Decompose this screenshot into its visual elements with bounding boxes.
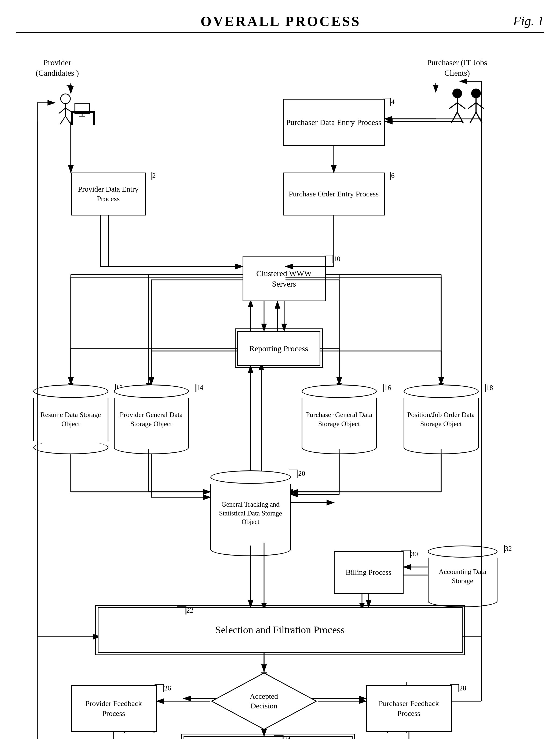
selection-filtration-box: Selection and Filtration Process xyxy=(98,607,462,653)
svg-marker-77 xyxy=(212,673,316,729)
clustered-www-box: Clustered WWW Servers xyxy=(243,256,326,301)
svg-line-69 xyxy=(451,112,457,123)
interview-engagement-box: Interview and Engagement Process xyxy=(183,736,353,739)
svg-line-55 xyxy=(59,108,65,114)
svg-rect-61 xyxy=(93,113,95,125)
svg-line-70 xyxy=(457,112,463,123)
svg-line-58 xyxy=(65,116,71,124)
tag-2: 2 xyxy=(144,172,155,182)
svg-line-76 xyxy=(476,112,482,123)
tag-14: 14 xyxy=(187,384,198,394)
tag-22: 22 xyxy=(177,606,189,617)
svg-line-67 xyxy=(449,103,457,109)
tag-24: 24 xyxy=(274,735,286,739)
svg-point-71 xyxy=(471,89,481,98)
tag-32: 32 xyxy=(495,545,507,555)
purchaser-label: Purchaser (IT Jobs Clients) xyxy=(425,57,489,78)
purchaser-figure xyxy=(436,87,500,128)
purchaser-data-entry-box: Purchaser Data Entry Process xyxy=(283,99,385,146)
tag-4: 4 xyxy=(383,98,393,108)
svg-line-73 xyxy=(468,103,476,109)
provider-data-entry-box: Provider Data Entry Process xyxy=(71,172,146,215)
provider-general-data-storage: Provider General Data Storage Object xyxy=(114,385,189,454)
accounting-data-storage: Accounting Data Storage xyxy=(428,546,498,607)
tag-20: 20 xyxy=(289,470,300,480)
reporting-process-box: Reporting Process xyxy=(237,331,320,366)
tag-28: 28 xyxy=(450,684,461,695)
general-tracking-storage: General Tracking and Statistical Data St… xyxy=(211,470,291,556)
header: OVERALL PROCESS Fig. 1 xyxy=(16,11,544,33)
resume-data-storage: Resume Data Storage Object xyxy=(33,385,108,454)
tag-26: 26 xyxy=(155,684,166,695)
provider-label: Provider (Candidates ) xyxy=(28,57,87,78)
fig-label: Fig. 1 xyxy=(513,11,544,28)
svg-point-53 xyxy=(60,94,70,104)
accepted-decision-diamond: Accepted Decision xyxy=(211,672,318,731)
provider-arrow-indicator: → xyxy=(65,80,74,90)
svg-line-57 xyxy=(60,116,65,124)
purchase-order-entry-box: Purchase Order Entry Process xyxy=(283,172,385,215)
svg-line-75 xyxy=(470,112,476,123)
diagram: Provider (Candidates ) → xyxy=(17,41,543,733)
position-job-data-storage: Position/Job Order Data Storage Object xyxy=(404,385,479,454)
tag-10: 10 xyxy=(324,255,336,265)
svg-line-74 xyxy=(476,103,484,109)
tag-18: 18 xyxy=(476,384,488,394)
provider-feedback-box: Provider Feedback Process xyxy=(71,685,157,732)
svg-rect-60 xyxy=(71,113,73,125)
svg-line-68 xyxy=(457,103,465,109)
provider-figure xyxy=(44,92,98,128)
svg-point-65 xyxy=(452,89,462,98)
tag-16: 16 xyxy=(375,384,386,394)
tag-30: 30 xyxy=(401,550,413,561)
billing-process-box: Billing Process xyxy=(334,551,404,594)
tag-6: 6 xyxy=(383,172,393,182)
page: OVERALL PROCESS Fig. 1 xyxy=(0,0,560,739)
purchaser-feedback-box: Purchaser Feedback Process xyxy=(366,685,452,732)
purchaser-general-data-storage: Purchaser General Data Storage Object xyxy=(302,385,377,454)
page-title: OVERALL PROCESS xyxy=(48,11,513,29)
